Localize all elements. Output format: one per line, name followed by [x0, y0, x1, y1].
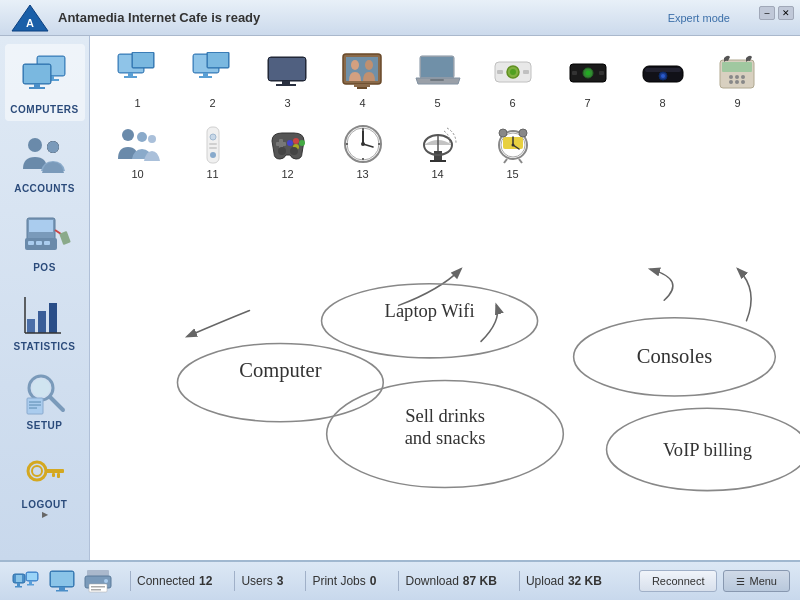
menu-button[interactable]: ☰ Menu [723, 570, 790, 592]
svg-rect-17 [36, 241, 42, 245]
svg-rect-63 [421, 57, 453, 77]
computer-1-icon [113, 50, 163, 95]
svg-rect-73 [599, 71, 604, 75]
minimize-button[interactable]: – [759, 6, 775, 20]
svg-point-101 [278, 147, 286, 155]
computer-5[interactable]: 5 [400, 46, 475, 113]
connected-label: Connected [137, 574, 195, 588]
computer-6-label: 6 [509, 97, 515, 109]
users-label: Users [241, 574, 272, 588]
computer-12-icon [263, 121, 313, 166]
svg-rect-53 [276, 84, 296, 86]
computer-6[interactable]: 6 [475, 46, 550, 113]
svg-point-89 [148, 135, 156, 143]
svg-rect-41 [124, 76, 137, 78]
sidebar-item-accounts[interactable]: ACCOUNTS [5, 123, 85, 200]
main-area: COMPUTERS ACCOUNTS [0, 36, 800, 560]
svg-text:VoIP billing: VoIP billing [663, 439, 752, 460]
sidebar-item-logout[interactable]: LOGOUT ▶ [5, 439, 85, 525]
svg-line-125 [519, 159, 522, 163]
computer-13[interactable]: 13 [325, 117, 400, 184]
svg-rect-148 [56, 590, 68, 592]
computer-15[interactable]: 15 [475, 117, 550, 184]
sidebar-item-statistics[interactable]: STATISTICS [5, 281, 85, 358]
network-icon[interactable] [10, 567, 42, 595]
sidebar-item-pos[interactable]: POS [5, 202, 85, 279]
svg-text:Sell drinks: Sell drinks [405, 405, 485, 426]
svg-rect-47 [199, 76, 212, 78]
computer-14[interactable]: 14 [400, 117, 475, 184]
titlebar: A Antamedia Internet Cafe is ready Exper… [0, 0, 800, 36]
icons-area: 1 2 [90, 36, 800, 236]
statistics-icon [19, 287, 71, 339]
sidebar-item-computers[interactable]: COMPUTERS [5, 44, 85, 121]
content-area: 1 2 [90, 36, 800, 560]
expert-mode-link[interactable]: Expert mode [668, 12, 730, 24]
computer-12[interactable]: 12 [250, 117, 325, 184]
download-status: Download 87 KB [405, 574, 496, 588]
computer-11[interactable]: 11 [175, 117, 250, 184]
computers-icon [19, 50, 71, 102]
computer-7[interactable]: 7 [550, 46, 625, 113]
svg-point-97 [293, 138, 299, 144]
computer-1-label: 1 [134, 97, 140, 109]
svg-point-128 [322, 284, 538, 358]
computer-10[interactable]: 10 [100, 117, 175, 184]
reconnect-button[interactable]: Reconnect [639, 570, 718, 592]
svg-rect-113 [430, 160, 446, 162]
svg-point-88 [137, 132, 147, 142]
annotations-svg: Computer Laptop Wifi Sell drinks and sna… [90, 236, 800, 560]
svg-point-102 [290, 147, 298, 155]
svg-rect-138 [16, 575, 22, 582]
svg-point-12 [47, 141, 59, 153]
sidebar-pos-label: POS [33, 262, 56, 273]
printjobs-status: Print Jobs 0 [312, 574, 376, 588]
computer-9[interactable]: 9 [700, 46, 775, 113]
svg-point-58 [365, 60, 373, 70]
sidebar-computers-label: COMPUTERS [10, 104, 78, 115]
connected-status: Connected 12 [137, 574, 212, 588]
svg-rect-146 [51, 572, 73, 586]
computer-14-icon [413, 121, 463, 166]
computer-3[interactable]: 3 [250, 46, 325, 113]
status-separator-1 [130, 571, 131, 591]
printer-icon[interactable] [82, 567, 114, 595]
computer-12-label: 12 [281, 168, 293, 180]
computer-4[interactable]: 4 [325, 46, 400, 113]
svg-rect-64 [430, 79, 444, 81]
computer-9-icon [713, 50, 763, 95]
sidebar-logout-label: LOGOUT [22, 499, 68, 510]
users-status: Users 3 [241, 574, 283, 588]
svg-rect-37 [52, 473, 55, 477]
computer-2[interactable]: 2 [175, 46, 250, 113]
sidebar-accounts-label: ACCOUNTS [14, 183, 75, 194]
computer-3-label: 3 [284, 97, 290, 109]
svg-point-34 [32, 466, 42, 476]
svg-rect-35 [46, 469, 64, 473]
accounts-icon [19, 129, 71, 181]
monitor-icon[interactable] [46, 567, 78, 595]
svg-rect-76 [645, 68, 681, 72]
status-separator-2 [234, 571, 235, 591]
window-controls: – ✕ [759, 6, 794, 20]
svg-point-87 [122, 129, 134, 141]
computer-1[interactable]: 1 [100, 46, 175, 113]
svg-point-91 [210, 134, 216, 140]
computer-8[interactable]: 8 [625, 46, 700, 113]
svg-point-10 [28, 138, 42, 152]
svg-line-28 [50, 397, 63, 410]
computer-15-label: 15 [506, 168, 518, 180]
computer-13-label: 13 [356, 168, 368, 180]
sidebar: COMPUTERS ACCOUNTS [0, 36, 90, 560]
computer-11-label: 11 [206, 168, 218, 180]
computer-11-icon [188, 121, 238, 166]
close-button[interactable]: ✕ [778, 6, 794, 20]
download-value: 87 KB [463, 574, 497, 588]
svg-rect-92 [209, 143, 217, 145]
sidebar-item-setup[interactable]: SETUP [5, 360, 85, 437]
svg-rect-142 [27, 573, 37, 580]
status-separator-4 [398, 571, 399, 591]
app-logo: A [8, 1, 52, 35]
computer-15-icon [488, 121, 538, 166]
svg-rect-144 [27, 584, 34, 586]
